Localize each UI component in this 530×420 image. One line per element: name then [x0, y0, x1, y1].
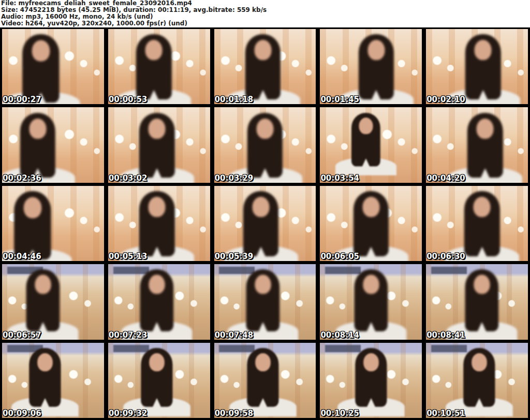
face-shape	[24, 197, 42, 219]
thumbnail-cell: 00:05:13	[107, 185, 211, 262]
thumbnail-cell: 00:06:30	[425, 185, 529, 262]
file-metadata-header: File:myfreecams_deliah_sweet_female_2309…	[0, 0, 530, 27]
face-shape	[255, 40, 272, 60]
video-frame-placeholder	[426, 186, 528, 261]
timestamp-label: 00:05:39	[215, 252, 254, 261]
video-frame-placeholder	[214, 343, 316, 418]
thumbnail-cell: 00:09:06	[1, 342, 105, 419]
timestamp-label: 00:04:20	[426, 173, 465, 183]
video-frame-placeholder	[108, 186, 210, 261]
face-shape	[477, 119, 494, 139]
timestamp-label: 00:01:45	[320, 95, 359, 104]
person-silhouette	[17, 348, 73, 413]
face-shape	[359, 118, 373, 134]
face-shape	[29, 119, 46, 139]
thumbnail-cell: 00:00:27	[1, 28, 105, 105]
thumbnail-cell: 00:01:45	[319, 28, 423, 105]
person-silhouette	[128, 348, 185, 413]
video-frame-placeholder	[214, 29, 316, 104]
video-frame-placeholder	[108, 29, 210, 104]
timestamp-label: 00:04:46	[3, 252, 41, 261]
timestamp-label: 00:02:10	[426, 95, 465, 104]
person-silhouette	[343, 348, 400, 413]
timestamp-label: 00:07:23	[109, 330, 148, 340]
video-frame-placeholder	[320, 264, 422, 339]
video-label: Video:	[1, 20, 23, 27]
face-shape	[37, 353, 53, 371]
video-frame-placeholder	[214, 107, 316, 182]
person-silhouette	[127, 269, 187, 338]
person-silhouette	[234, 348, 291, 413]
timestamp-label: 00:10:51	[426, 409, 465, 418]
thumbnail-cell: 00:02:36	[1, 106, 105, 183]
thumbnail-cell: 00:05:39	[213, 185, 317, 262]
thumbnail-cell: 00:03:02	[107, 106, 211, 183]
thumbnail-cell: 00:00:53	[107, 28, 211, 105]
thumbnail-cell: 00:10:25	[319, 342, 423, 419]
size-label: Size:	[1, 6, 18, 13]
video-frame-placeholder	[108, 107, 210, 182]
audio-label: Audio:	[1, 13, 24, 20]
face-shape	[362, 197, 379, 217]
video-frame-placeholder	[2, 107, 104, 182]
face-shape	[474, 197, 491, 217]
video-frame-placeholder	[320, 343, 422, 418]
face-shape	[149, 197, 166, 217]
face-shape	[367, 40, 385, 60]
video-frame-placeholder	[214, 186, 316, 261]
face-shape	[475, 40, 492, 60]
timestamp-label: 00:03:29	[215, 173, 254, 183]
face-shape	[35, 275, 51, 294]
timestamp-label: 00:00:53	[109, 95, 148, 104]
video-frame-placeholder	[426, 264, 528, 339]
person-silhouette	[341, 269, 401, 338]
timestamp-label: 00:09:32	[109, 409, 148, 418]
timestamp-label: 00:07:48	[215, 330, 254, 340]
person-silhouette	[451, 348, 508, 413]
thumbnail-cell: 00:10:51	[425, 342, 529, 419]
timestamp-label: 00:09:06	[3, 409, 41, 418]
thumbnail-grid: 00:00:2700:00:5300:01:1800:01:4500:02:10…	[0, 27, 530, 420]
timestamp-label: 00:05:13	[109, 252, 148, 261]
person-silhouette	[13, 269, 73, 338]
timestamp-label: 00:10:25	[320, 409, 359, 418]
video-frame-placeholder	[214, 264, 316, 339]
thumbnail-cell: 00:04:46	[1, 185, 105, 262]
face-shape	[149, 353, 165, 371]
timestamp-label: 00:03:02	[109, 173, 148, 183]
thumbnail-cell: 00:09:58	[213, 342, 317, 419]
face-shape	[32, 40, 50, 62]
thumbnail-cell: 00:09:32	[107, 342, 211, 419]
size-value: 47452218 bytes (45.25 MiB), duration: 00…	[20, 6, 267, 13]
face-shape	[363, 275, 379, 294]
video-value: h264, yuv420p, 320x240, 1000.00 fps(r) (…	[25, 20, 187, 27]
timestamp-label: 00:06:05	[320, 252, 359, 261]
face-shape	[149, 119, 166, 139]
video-frame-placeholder	[2, 29, 104, 104]
video-frame-placeholder	[426, 29, 528, 104]
thumbnail-cell: 00:04:20	[425, 106, 529, 183]
video-frame-placeholder	[320, 107, 422, 182]
face-shape	[149, 275, 165, 294]
timestamp-label: 00:00:27	[3, 95, 41, 104]
timestamp-label: 00:06:30	[426, 252, 465, 261]
face-shape	[255, 275, 271, 294]
thumbnail-cell: 00:03:54	[319, 106, 423, 183]
person-silhouette	[452, 269, 512, 338]
face-shape	[255, 353, 271, 371]
video-frame-placeholder	[2, 186, 104, 261]
thumbnail-cell: 00:03:29	[213, 106, 317, 183]
face-shape	[145, 40, 163, 60]
timestamp-label: 00:06:57	[3, 330, 41, 340]
video-frame-placeholder	[108, 343, 210, 418]
timestamp-label: 00:08:41	[426, 330, 465, 340]
person-silhouette	[233, 269, 293, 338]
thumbnail-cell: 00:01:18	[213, 28, 317, 105]
thumbnail-cell: 00:08:41	[425, 263, 529, 340]
person-silhouette	[340, 113, 392, 172]
thumbnail-cell: 00:06:05	[319, 185, 423, 262]
video-frame-placeholder	[2, 264, 104, 339]
timestamp-label: 00:09:58	[215, 409, 254, 418]
timestamp-label: 00:03:54	[320, 173, 359, 183]
video-frame-placeholder	[320, 186, 422, 261]
